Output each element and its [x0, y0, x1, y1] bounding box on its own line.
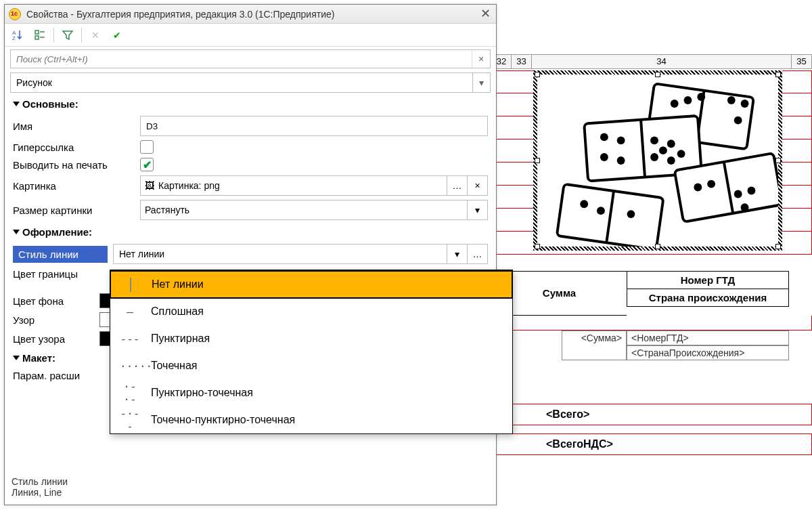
element-type-arrow[interactable]: ▾ [473, 72, 491, 93]
label-bgcolor: Цвет фона [13, 295, 94, 307]
cancel-button: ✕ [87, 27, 104, 43]
picture-object[interactable] [533, 70, 782, 251]
close-button[interactable]: ✕ [478, 7, 492, 21]
section-main[interactable]: Основные: [5, 94, 496, 114]
label-name: Имя [13, 121, 135, 132]
placeholder-country[interactable]: <СтранаПроисхождения> [627, 345, 789, 360]
svg-point-23 [677, 150, 685, 158]
column-headers-row: 32 33 34 35 [491, 54, 812, 69]
sort-az-button[interactable]: AZ [10, 27, 26, 43]
line-dashed-icon: --- [120, 333, 140, 345]
picture-field[interactable]: 🖼 Картинка: png [140, 175, 447, 196]
linestyle-arrow[interactable]: ▾ [447, 244, 468, 264]
svg-point-29 [734, 190, 742, 198]
input-name[interactable] [140, 116, 488, 136]
spreadsheet-background: 32 33 34 35 [491, 54, 812, 255]
label-patterncolor: Цвет узора [13, 333, 94, 345]
picture-select-button[interactable]: … [447, 175, 468, 196]
svg-point-27 [694, 184, 702, 192]
svg-rect-35 [35, 36, 39, 39]
label-size: Размер картинки [13, 205, 135, 216]
titlebar[interactable]: Свойства - Бухгалтерия предприятия, реда… [5, 5, 496, 24]
filter-button[interactable] [60, 27, 76, 43]
svg-point-24 [580, 200, 588, 208]
element-type-combo[interactable]: Рисунок [10, 72, 473, 93]
linestyle-dropdown[interactable]: Нет линии — Сплошная --- Пунктирная ····… [110, 270, 513, 434]
dd-item-none[interactable]: Нет линии [110, 270, 513, 299]
line-solid-icon: — [120, 305, 140, 318]
search-clear-button[interactable]: × [472, 49, 491, 68]
label-print: Выводить на печать [13, 159, 135, 171]
placeholder-sum[interactable]: <Сумма> [562, 331, 627, 360]
categories-button[interactable] [32, 27, 48, 43]
svg-point-12 [741, 100, 749, 108]
svg-point-25 [597, 207, 605, 215]
status-footer: Стиль линии Линия, Line [12, 476, 68, 498]
col-header-33[interactable]: 33 [512, 54, 532, 69]
svg-point-9 [684, 96, 692, 104]
svg-point-30 [748, 187, 756, 195]
header-gtd: Номер ГТД [627, 271, 789, 289]
label-hyperlink: Гиперссылка [13, 142, 135, 153]
svg-point-19 [667, 140, 675, 148]
dd-item-dashdot[interactable]: ·-·- Пунктирно-точечная [110, 379, 512, 406]
line-dotted-icon: ····· [120, 360, 140, 373]
svg-point-17 [617, 156, 625, 165]
total-all[interactable]: <Всего> [491, 404, 812, 425]
svg-rect-34 [35, 30, 39, 34]
picture-thumb-icon: 🖼 [145, 180, 154, 191]
checkbox-print[interactable]: ✔ [140, 158, 154, 171]
size-arrow[interactable]: ▾ [468, 200, 488, 220]
label-linestyle[interactable]: Стиль линии [13, 246, 108, 263]
placeholder-gtd[interactable]: <НомерГТД> [627, 331, 789, 345]
report-header-table: Сумма Номер ГТД Страна происхождения <Су… [491, 271, 812, 360]
line-none-icon [130, 278, 131, 292]
checkbox-hyperlink[interactable] [140, 140, 154, 154]
window-title: Свойства - Бухгалтерия предприятия, реда… [26, 9, 478, 20]
dd-item-dotted[interactable]: ····· Точечная [110, 352, 512, 379]
svg-point-10 [697, 93, 705, 101]
line-dotdashdot-icon: -·-- [120, 407, 140, 433]
svg-point-8 [671, 100, 679, 108]
svg-point-31 [741, 203, 749, 211]
dd-item-solid[interactable]: — Сплошная [110, 298, 512, 325]
search-input[interactable] [10, 49, 472, 68]
svg-point-28 [707, 180, 715, 188]
label-pattern: Узор [13, 314, 94, 326]
linestyle-more-button[interactable]: … [468, 244, 488, 264]
picture-clear-button[interactable]: × [468, 175, 488, 196]
svg-point-16 [600, 153, 608, 161]
svg-point-21 [667, 156, 675, 165]
svg-point-18 [650, 136, 658, 144]
dd-item-dashed[interactable]: --- Пунктирная [110, 325, 512, 352]
header-country: Страна происхождения [627, 289, 789, 307]
svg-point-22 [659, 146, 667, 154]
svg-point-20 [650, 153, 658, 161]
size-combo[interactable]: Растянуть [140, 200, 468, 220]
section-design[interactable]: Оформление: [5, 222, 496, 242]
svg-text:Z: Z [12, 35, 16, 41]
svg-point-11 [727, 96, 736, 104]
total-vat[interactable]: <ВсегоНДС> [491, 433, 812, 455]
col-header-34[interactable]: 34 [532, 54, 792, 69]
toolbar: AZ ✕ ✔ [5, 24, 496, 47]
domino-image [537, 75, 778, 247]
line-dashdot-icon: ·-·- [120, 380, 140, 406]
linestyle-combo[interactable]: Нет линии [113, 244, 447, 264]
svg-point-26 [627, 210, 635, 218]
apply-button[interactable]: ✔ [109, 27, 125, 43]
dd-item-dotdashdot[interactable]: -·-- Точечно-пунктирно-точечная [110, 406, 512, 433]
svg-point-15 [617, 136, 625, 144]
col-header-35[interactable]: 35 [792, 54, 812, 69]
svg-point-13 [734, 116, 742, 125]
svg-point-14 [600, 133, 608, 141]
app-icon [9, 8, 21, 20]
label-picture: Картинка [13, 180, 135, 192]
